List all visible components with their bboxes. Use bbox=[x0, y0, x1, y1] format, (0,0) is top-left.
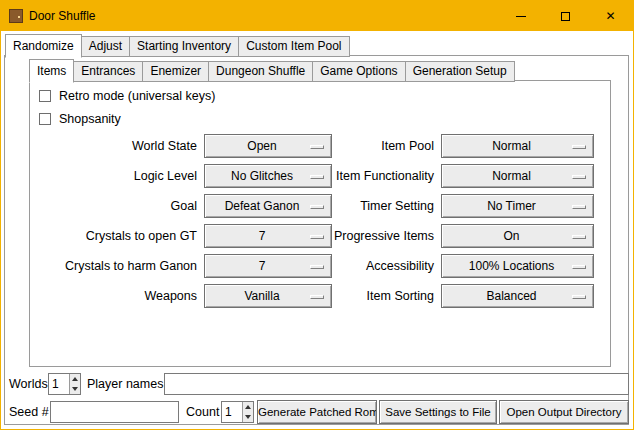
accessibility-dropdown[interactable]: 100% Locations bbox=[441, 254, 594, 278]
weapons-label: Weapons bbox=[41, 284, 197, 308]
dropdown-indicator-icon bbox=[572, 295, 586, 299]
maximize-icon bbox=[561, 12, 570, 21]
goal-label: Goal bbox=[41, 194, 197, 218]
player-names-label: Player names bbox=[87, 373, 163, 395]
maximize-button[interactable] bbox=[543, 1, 588, 31]
shopsanity-checkbox[interactable]: Shopsanity bbox=[39, 112, 121, 126]
worlds-increment-button[interactable] bbox=[70, 374, 80, 384]
dropdown-indicator-icon bbox=[572, 175, 586, 179]
count-value-input[interactable] bbox=[222, 402, 242, 422]
item-pool-dropdown[interactable]: Normal bbox=[441, 134, 594, 158]
outer-tabbar: Randomize Adjust Starting Inventory Cust… bbox=[5, 34, 350, 57]
down-arrow-icon bbox=[72, 387, 78, 391]
count-spinbox[interactable] bbox=[221, 401, 254, 423]
minimize-icon bbox=[516, 16, 526, 17]
up-arrow-icon bbox=[72, 377, 78, 381]
world-state-label: World State bbox=[41, 134, 197, 158]
retro-mode-label: Retro mode (universal keys) bbox=[59, 89, 215, 103]
minimize-button[interactable] bbox=[498, 1, 543, 31]
dropdown-indicator-icon bbox=[572, 235, 586, 239]
timer-setting-dropdown[interactable]: No Timer bbox=[441, 194, 594, 218]
tab-dungeon-shuffle[interactable]: Dungeon Shuffle bbox=[208, 61, 313, 82]
tab-enemizer[interactable]: Enemizer bbox=[142, 61, 209, 82]
inner-tabbar: Items Entrances Enemizer Dungeon Shuffle… bbox=[29, 59, 515, 82]
count-decrement-button[interactable] bbox=[243, 412, 253, 422]
seed-input[interactable] bbox=[50, 401, 179, 423]
tab-items[interactable]: Items bbox=[29, 59, 74, 83]
app-icon bbox=[9, 9, 23, 23]
down-arrow-icon bbox=[245, 415, 251, 419]
logic-level-label: Logic Level bbox=[41, 164, 197, 188]
shopsanity-label: Shopsanity bbox=[59, 112, 121, 126]
timer-setting-label: Timer Setting bbox=[301, 194, 434, 218]
crystals-gt-label: Crystals to open GT bbox=[41, 224, 197, 248]
item-sorting-label: Item Sorting bbox=[301, 284, 434, 308]
window-title: Door Shuffle bbox=[29, 9, 96, 23]
tab-entrances[interactable]: Entrances bbox=[73, 61, 143, 82]
worlds-decrement-button[interactable] bbox=[70, 384, 80, 394]
worlds-spinbox[interactable] bbox=[48, 373, 81, 395]
tab-adjust[interactable]: Adjust bbox=[81, 36, 130, 57]
player-names-input[interactable] bbox=[164, 373, 629, 395]
save-settings-button[interactable]: Save Settings to File bbox=[379, 400, 497, 424]
item-functionality-dropdown[interactable]: Normal bbox=[441, 164, 594, 188]
crystals-ganon-label: Crystals to harm Ganon bbox=[41, 254, 197, 278]
count-label: Count bbox=[186, 401, 219, 423]
count-increment-button[interactable] bbox=[243, 402, 253, 412]
app-window: Door Shuffle ✕ Randomize Adjust Starting… bbox=[0, 0, 634, 430]
tab-generation-setup[interactable]: Generation Setup bbox=[405, 61, 515, 82]
tab-starting-inventory[interactable]: Starting Inventory bbox=[129, 36, 239, 57]
item-functionality-label: Item Functionality bbox=[301, 164, 434, 188]
accessibility-label: Accessibility bbox=[301, 254, 434, 278]
close-button[interactable]: ✕ bbox=[588, 1, 633, 31]
item-sorting-dropdown[interactable]: Balanced bbox=[441, 284, 594, 308]
tab-custom-item-pool[interactable]: Custom Item Pool bbox=[238, 36, 349, 57]
dropdown-indicator-icon bbox=[572, 205, 586, 209]
checkbox-box-icon[interactable] bbox=[39, 90, 51, 102]
open-output-directory-button[interactable]: Open Output Directory bbox=[499, 400, 629, 424]
tab-randomize[interactable]: Randomize bbox=[5, 34, 82, 58]
up-arrow-icon bbox=[245, 405, 251, 409]
generate-patched-rom-button[interactable]: Generate Patched Rom bbox=[257, 400, 377, 424]
worlds-label: Worlds bbox=[9, 373, 48, 395]
item-pool-label: Item Pool bbox=[301, 134, 434, 158]
window-controls: ✕ bbox=[498, 1, 633, 31]
seed-label: Seed # bbox=[9, 401, 49, 423]
worlds-value-input[interactable] bbox=[49, 374, 69, 394]
dropdown-indicator-icon bbox=[572, 265, 586, 269]
dropdown-indicator-icon bbox=[572, 145, 586, 149]
worlds-spin-arrows bbox=[69, 374, 80, 394]
tab-game-options[interactable]: Game Options bbox=[312, 61, 405, 82]
retro-mode-checkbox[interactable]: Retro mode (universal keys) bbox=[39, 89, 215, 103]
close-icon: ✕ bbox=[605, 10, 615, 22]
progressive-items-dropdown[interactable]: On bbox=[441, 224, 594, 248]
progressive-items-label: Progressive Items bbox=[301, 224, 434, 248]
titlebar: Door Shuffle ✕ bbox=[1, 1, 633, 31]
checkbox-box-icon[interactable] bbox=[39, 113, 51, 125]
count-spin-arrows bbox=[242, 402, 253, 422]
